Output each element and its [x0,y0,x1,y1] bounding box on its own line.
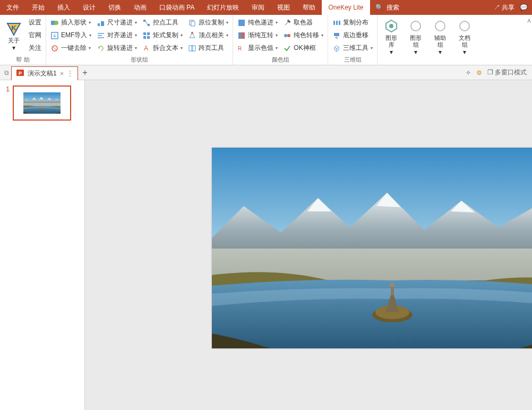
svg-rect-15 [147,32,150,35]
window-control-icon[interactable]: ⧉ [2,69,11,76]
transfer-icon [283,31,291,40]
svg-rect-23 [192,46,195,51]
solid-color-icon [237,19,246,27]
tab-view[interactable]: 视图 [271,0,296,15]
matrix-copy-button[interactable]: 矩式复制▾ [140,29,185,41]
thumbnail-image [23,92,61,114]
svg-rect-20 [191,21,195,26]
settings-button[interactable]: 设置 [27,16,44,29]
document-tabs: ⧉ P 演示文稿1 × ⋮ + ✧ ⚙ ❐ 多窗口模式 [0,65,532,80]
slide-image[interactable] [212,148,532,348]
distribute-icon [332,19,341,27]
cube-icon [332,44,341,53]
chevron-down-icon: ▾ [12,44,15,52]
close-tab-button[interactable]: × [60,70,64,78]
svg-rect-29 [333,21,335,25]
svg-text:R: R [238,46,242,52]
shape-library-button[interactable]: 图形 库▾ [380,16,403,57]
shapes-icon [50,19,59,27]
svg-rect-22 [189,46,193,51]
eyedropper-button[interactable]: 取色器 [281,16,325,29]
group-label-3d: 三维组 [330,55,375,65]
share-button[interactable]: ↗ 共享 [494,3,514,12]
cross-page-button[interactable]: 跨页工具 [186,42,230,54]
tab-animations[interactable]: 动画 [127,0,153,15]
svg-point-33 [389,24,393,28]
emf-import-button[interactable]: EMF导入▾ [48,29,93,41]
group-label-shape: 形状组 [48,55,230,65]
svg-point-35 [435,21,445,31]
tab-review[interactable]: 审阅 [245,0,271,15]
svg-rect-31 [339,21,340,25]
one-click-remove-button[interactable]: 一键去除▾ [48,42,93,54]
rotate-progress-button[interactable]: 旋转递进▾ [95,42,139,54]
slide-canvas-area[interactable] [85,80,532,410]
document-tab-title: 演示文稿1 [28,69,57,78]
import-icon [50,31,59,40]
inplace-copy-button[interactable]: 原位复制▾ [186,16,230,29]
ok-frame-button[interactable]: OK神框 [281,42,325,54]
group-label-color: 颜色组 [235,55,325,65]
follow-button[interactable]: 关注 [27,42,44,54]
split-text-button[interactable]: A拆合文本▾ [140,42,185,54]
tab-help[interactable]: 帮助 [296,0,322,15]
document-tab[interactable]: P 演示文稿1 × ⋮ [11,66,78,80]
tab-menu-icon[interactable]: ⋮ [67,70,73,77]
3d-tools-button[interactable]: 三维工具▾ [330,42,375,54]
align-progress-button[interactable]: 对齐递进▾ [95,29,139,41]
svg-point-36 [460,21,469,31]
aux-set-button[interactable]: 辅助 组▾ [428,16,452,57]
tab-insert[interactable]: 插入 [51,0,76,15]
bottom-shift-button[interactable]: 底边垂移 [330,29,375,41]
svg-rect-12 [143,20,145,22]
tab-onekey-lite[interactable]: OneKey Lite [322,0,370,15]
svg-point-21 [191,32,193,34]
thumbnail[interactable] [13,86,71,121]
settings-gear-icon[interactable]: ⚙ [476,69,482,76]
vertex-related-button[interactable]: 顶点相关▾ [186,29,230,41]
pin-icon[interactable]: ✧ [466,69,471,76]
powerpoint-icon: P [16,69,24,79]
copy-distribute-button[interactable]: 复制分布 [330,16,375,29]
copy-icon [188,19,196,27]
size-progress-button[interactable]: 尺寸递进▾ [95,16,139,29]
svg-rect-32 [334,33,339,36]
comments-icon[interactable]: 💬 [520,4,528,11]
color-transfer-button[interactable]: 纯色转移▾ [281,29,325,41]
slide[interactable] [212,148,532,348]
collapse-ribbon-icon[interactable]: ʌ [527,17,531,24]
show-color-value-button[interactable]: R显示色值▾ [235,42,280,54]
official-site-button[interactable]: 官网 [27,29,44,41]
insert-shape-button[interactable]: 插入形状▾ [48,16,93,29]
tab-slideshow[interactable]: 幻灯片放映 [201,0,245,15]
ribbon-group-help: K 关于 ▾ 设置 官网 关注 帮 助 [0,15,46,65]
gradient-swap-button[interactable]: 渐纯互转▾ [235,29,280,41]
thumbnail-item[interactable]: 1 [4,86,80,121]
svg-point-28 [287,34,290,37]
check-icon [283,44,291,53]
doc-set-button[interactable]: 文档 组▾ [453,16,476,57]
tab-design[interactable]: 设计 [76,0,102,15]
svg-point-34 [411,21,421,31]
multi-window-button[interactable]: ❐ 多窗口模式 [487,68,527,77]
svg-text:K: K [11,24,16,32]
text-split-icon: A [142,44,151,53]
tab-transitions[interactable]: 切换 [102,0,127,15]
about-button[interactable]: K 关于 ▾ [2,16,25,55]
windows-icon: ❐ [487,69,493,76]
slide-number: 1 [4,86,10,121]
rgb-icon: R [237,44,246,53]
svg-text:A: A [144,45,148,52]
tab-pocket-anim[interactable]: 口袋动画 PA [153,0,201,15]
solid-progress-button[interactable]: 纯色递进▾ [235,16,280,29]
menubar: 文件 开始 插入 设计 切换 动画 口袋动画 PA 幻灯片放映 审阅 视图 帮助… [0,0,532,15]
tab-home[interactable]: 开始 [25,0,51,15]
shape-set-button[interactable]: 图形 组▾ [404,16,427,57]
add-tab-button[interactable]: + [78,68,91,78]
align-icon [97,31,105,40]
search-box[interactable]: 🔍 搜索 [370,0,405,15]
circle-outline-icon [456,18,473,35]
tab-file[interactable]: 文件 [0,0,25,15]
control-point-button[interactable]: 控点工具 [140,16,185,29]
svg-rect-17 [147,36,150,39]
